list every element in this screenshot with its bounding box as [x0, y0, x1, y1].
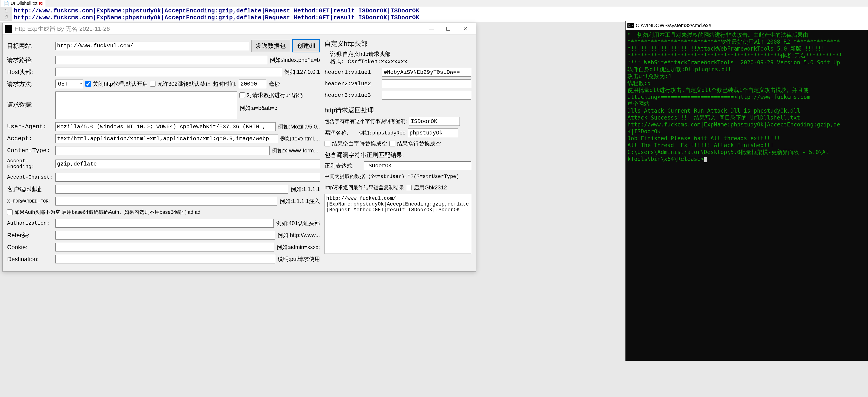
target-label: 目标网站: [7, 42, 53, 50]
target-input[interactable] [55, 42, 249, 51]
close-proxy-checkbox[interactable] [85, 81, 91, 87]
tab-filename: UrlDllshell.txt [10, 1, 37, 6]
app-icon [5, 25, 12, 33]
cmd-line: 软件自身dll跳过加载:Dllplugins.dll [627, 66, 866, 73]
cmd-output[interactable]: * 切勿利用本工具对未授权的网站进行非法攻击。由此产生的法律后果由 ******… [626, 30, 868, 361]
vuln-contains-label: 包含字符串有这个字符串说明有漏洞: [324, 118, 407, 125]
code-line: http://www.fuckcms.com|ExpName:phpstudyO… [11, 14, 419, 21]
ctype-hint: 例如:x-www-form.... [272, 147, 320, 154]
accept-input[interactable] [55, 134, 278, 143]
clientip-input[interactable] [55, 185, 288, 194]
xff-label: X_FORWARDED_FOR: [7, 199, 53, 204]
code-editor[interactable]: 1 http://www.fuckcms.com|ExpName:phpstud… [0, 7, 868, 22]
header2-label: header2:value2 [324, 81, 380, 87]
cmd-line: * 切勿利用本工具对未授权的网站进行非法攻击。由此产生的法律后果由 [627, 32, 866, 38]
header1-input[interactable] [382, 68, 471, 76]
cmd-line: *!!!!!!!!!!!!!!!!!!!!AttackWebFrameworkT… [627, 45, 866, 52]
gbk-label: 启用Gbk2312 [413, 184, 447, 191]
timeout-input[interactable] [239, 79, 266, 88]
file-icon: 📄 [3, 1, 9, 6]
timeout-unit: 毫秒 [269, 80, 280, 88]
ctype-input[interactable] [55, 146, 270, 155]
cmd-line: Job Finished Please Wait All threads exi… [627, 135, 866, 142]
urlencode-checkbox[interactable] [240, 92, 245, 98]
auth-input[interactable] [55, 219, 274, 228]
clientip-hint: 例如:1.1.1.1 [290, 186, 320, 193]
cmd-line: 单个网站 [627, 100, 866, 107]
cmd-line: http://www.fuckcms.com|ExpName:phpstudyO… [627, 121, 866, 128]
regex-title: 包含漏洞字符串正则匹配结果: [324, 151, 471, 159]
path-hint: 例如:/index.php?a=b [270, 56, 320, 64]
custom-header-title: 自定义http头部 [324, 39, 471, 48]
gbk-checkbox[interactable] [406, 185, 412, 190]
refer-hint: 例如:http://www... [277, 231, 320, 239]
close-button[interactable]: ✕ [457, 24, 473, 34]
auth-b64-checkbox[interactable] [7, 209, 13, 215]
cmd-line: Dlls Attack Current Run Attack Dll is ph… [627, 107, 866, 114]
host-label: Host头部: [7, 68, 53, 76]
cmd-window: C:\ C:\WINDOWS\system32\cmd.exe * 切勿利用本工… [625, 21, 868, 361]
cmd-line: ****************************软件最好使用win 20… [627, 38, 866, 45]
path-input[interactable] [55, 56, 267, 64]
close-icon[interactable]: ⊠ [39, 1, 43, 6]
host-input[interactable] [55, 68, 282, 76]
editor-tab-bar: 📄 UrlDllshell.txt ⊠ [0, 0, 868, 7]
method-select[interactable]: GET [55, 79, 83, 88]
dest-input[interactable] [55, 255, 275, 263]
cmd-titlebar[interactable]: C:\ C:\WINDOWS\system32\cmd.exe [626, 21, 868, 30]
send-button[interactable]: 发送数据包 [251, 40, 290, 52]
cookie-input[interactable] [55, 243, 274, 252]
line-number: 2 [0, 14, 11, 21]
urlencode-label: 对请求数据进行url编码 [247, 92, 303, 99]
regex-input[interactable] [364, 161, 471, 170]
header2-input[interactable] [382, 79, 471, 88]
refer-label: Refer头: [7, 231, 53, 239]
ua-input[interactable] [55, 122, 276, 131]
auth-label: Authorization: [7, 221, 53, 226]
window-title: Http Exp生成器 By 无名 2021-11-26 [14, 25, 421, 33]
http-exp-generator-window: Http Exp生成器 By 无名 2021-11-26 — ☐ ✕ 目标网站:… [2, 23, 476, 271]
allow-302-checkbox[interactable] [150, 81, 155, 87]
strip-ws-checkbox[interactable] [324, 141, 330, 146]
auth-hint: 例如:401认证头部 [276, 220, 320, 227]
titlebar[interactable]: Http Exp生成器 By 无名 2021-11-26 — ☐ ✕ [3, 23, 476, 35]
build-dll-button[interactable]: 创建dll [292, 39, 320, 53]
resp-title: http请求返回处理 [324, 106, 471, 115]
cookie-label: Cookie: [7, 244, 53, 251]
xff-input[interactable] [55, 197, 277, 205]
method-label: 请求方法: [7, 80, 53, 88]
regex-hint: 中间为提取的数据 (?<=strUser).*?(?=strUserType) [324, 173, 471, 180]
header1-label: header1:value1 [324, 69, 380, 75]
vuln-contains-input[interactable] [409, 117, 460, 126]
ua-label: User-Agent: [7, 123, 53, 130]
cmd-line: 攻击url总数为:1 [627, 73, 866, 80]
accept-label: Accept: [7, 135, 53, 142]
ctype-label: ContentType: [7, 147, 53, 154]
refer-input[interactable] [55, 231, 275, 239]
code-line: http://www.fuckcms.com|ExpName:phpstudyO… [11, 7, 419, 14]
header3-input[interactable] [382, 91, 471, 100]
final-result-label: http请求返回最终结果键盘复制结果 [324, 184, 404, 191]
allow-302-label: 允许302跳转默认禁止 [157, 80, 211, 88]
cmd-line: 使用批量dll进行攻击,自定义dll个数已装载1个自定义攻击模块。并且使 [627, 87, 866, 94]
data-label: 请求数据: [7, 92, 53, 109]
cookie-hint: 例如:admin=xxxx; [276, 243, 320, 251]
strip-nl-checkbox[interactable] [390, 141, 395, 146]
achar-input[interactable] [55, 173, 320, 181]
editor-tab[interactable]: 📄 UrlDllshell.txt ⊠ [1, 0, 45, 7]
strip-nl-label: 结果换行替换成空 [397, 140, 441, 147]
timeout-label: 超时时间: [213, 80, 237, 88]
maximize-button[interactable]: ☐ [440, 24, 457, 34]
request-data-textarea[interactable] [55, 92, 237, 119]
cmd-line: attacking<======================>http://… [627, 94, 866, 100]
result-textarea[interactable]: http://www.fuckvul.com/ |ExpName:phpstud… [324, 194, 471, 254]
custom-header-fmt: 格式: CsrfToken:xxxxxxxx [324, 58, 471, 65]
vuln-name-input[interactable] [408, 129, 458, 137]
clientip-label: 客户端ip地址 [7, 185, 53, 193]
minimize-button[interactable]: — [423, 24, 439, 34]
data-hint: 例如:a=b&ab=c [240, 104, 303, 112]
cmd-line: C:\Users\Administrator\Desktop\5.0批量框架模-… [627, 149, 866, 156]
cursor-icon [704, 157, 707, 162]
aenc-input[interactable] [55, 160, 320, 168]
custom-header-desc: 说明:自定义http请求头部 [324, 51, 471, 58]
